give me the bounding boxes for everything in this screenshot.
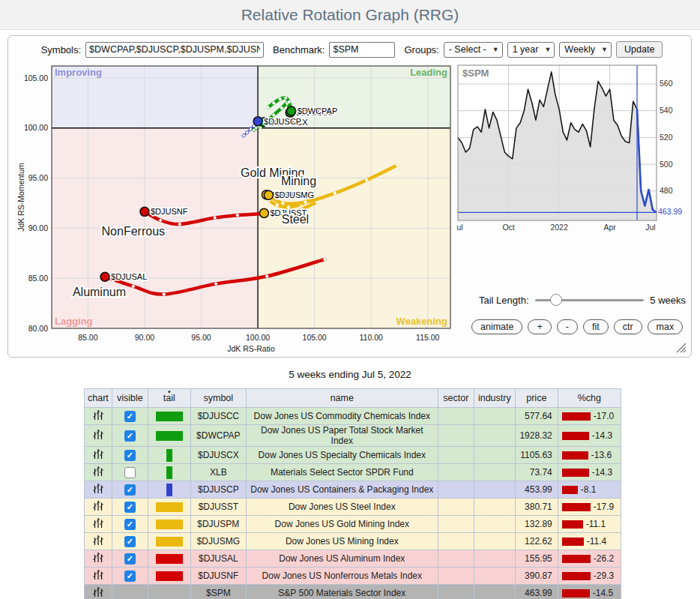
chart-icon-button[interactable] (92, 538, 104, 548)
visible-checkbox[interactable]: ✓ (124, 450, 136, 461)
groups-label: Groups: (404, 44, 438, 55)
tail-swatch[interactable] (166, 484, 172, 496)
table-header-tail[interactable]: ▾ tail (148, 389, 190, 408)
tail-length-slider[interactable] (535, 294, 645, 306)
table-header-symbol[interactable]: symbol (190, 389, 246, 408)
table-row: ✓$DJUSNFDow Jones US Nonferrous Metals I… (85, 568, 621, 585)
table-header-name[interactable]: name (246, 389, 438, 408)
spm-minichart[interactable]: JulOct2022AprJul560540520500480463.99$SP… (456, 63, 692, 235)
chevron-down-icon: ▼ (492, 46, 499, 53)
industry-cell (474, 585, 515, 599)
pctchg-bar (562, 538, 584, 546)
visible-checkbox[interactable]: ✓ (124, 411, 136, 422)
chart-icon-button[interactable] (92, 451, 104, 462)
pctchg-bar (562, 572, 591, 580)
tail-swatch[interactable] (156, 537, 183, 547)
price-cell: 463.99 (515, 585, 558, 599)
table-header-pctchg[interactable]: %chg (558, 389, 621, 408)
visible-checkbox[interactable]: ✓ (124, 553, 136, 565)
page-title: Relative Rotation Graph (RRG) (0, 0, 700, 30)
name-cell: Dow Jones US Gold Mining Index (246, 516, 438, 533)
pctchg-value: -14.5 (593, 588, 613, 598)
chart-icon-button[interactable] (92, 520, 104, 531)
pctchg-bar (562, 469, 589, 477)
table-header-chart[interactable]: chart (85, 389, 112, 408)
table-row: $SPMS&P 500 Materials Sector Index463.99… (85, 585, 621, 599)
table-header-visible[interactable]: visible (112, 389, 148, 408)
table-header-sector[interactable]: sector (438, 389, 474, 408)
quadrant-label-improving: Improving (55, 67, 102, 78)
name-cell: S&P 500 Materials Sector Index (246, 585, 438, 599)
visible-checkbox[interactable]: ✓ (124, 571, 136, 582)
chart-icon-button[interactable] (92, 432, 104, 442)
table-row: ✓$DWCPAPDow Jones US Paper Total Stock M… (85, 425, 621, 447)
ctr-button[interactable]: ctr (614, 319, 642, 334)
chart-icon-button[interactable] (92, 572, 104, 583)
rrg-dot-$DWCPAP[interactable] (287, 106, 296, 115)
symbol-cell: $DJUSAL (190, 550, 246, 568)
chart-icon-button[interactable] (92, 503, 104, 514)
animate-button[interactable]: animate (471, 319, 522, 334)
tail-swatch[interactable] (156, 502, 183, 512)
tail-swatch[interactable] (156, 520, 183, 529)
tail-swatch[interactable] (166, 449, 172, 462)
title-bar: Relative Rotation Graph (RRG) (0, 0, 700, 30)
rrg-dot-$DJUSST[interactable] (259, 208, 268, 217)
rrg-dot-$DJUSCP[interactable] (253, 117, 262, 126)
visible-checkbox[interactable]: ✓ (124, 430, 136, 442)
groups-select-value: - Select - (449, 44, 486, 55)
tail-swatch[interactable] (166, 466, 172, 479)
pctchg-bar (562, 503, 591, 511)
chart-icon (92, 448, 104, 460)
max-button[interactable]: max (648, 319, 684, 334)
tail-length-label: Tail Length: (479, 295, 529, 306)
price-cell: 132.89 (515, 516, 558, 533)
rrg-dot-$DJUSNF[interactable] (140, 207, 149, 216)
chevron-down-icon: ▼ (544, 46, 551, 53)
interval-select[interactable]: Weekly ▼ (559, 42, 612, 58)
quadrant-label-weakening: Weakening (396, 316, 447, 327)
benchmark-input[interactable] (329, 42, 395, 58)
visible-checkbox[interactable]: ✓ (124, 536, 136, 547)
visible-checkbox[interactable]: ✓ (124, 502, 136, 513)
groups-select[interactable]: - Select - ▼ (444, 42, 503, 58)
rrg-dot-$DJUSMG[interactable] (264, 190, 273, 199)
table-row: ✓$DJUSSTDow Jones US Steel Index380.71-1… (85, 499, 621, 516)
rrg-chart[interactable]: 85.0090.0095.00100.00105.00110.00115.008… (14, 63, 456, 358)
table-header-industry[interactable]: industry (474, 389, 515, 408)
name-cell: Dow Jones US Commodity Chemicals Index (246, 408, 438, 425)
tail-swatch[interactable] (156, 431, 183, 441)
chart-icon-button[interactable] (92, 589, 104, 599)
zoom-out-button[interactable]: - (557, 319, 578, 334)
resize-handle-icon[interactable] (675, 342, 687, 353)
chart-icon-button[interactable] (92, 412, 104, 423)
chart-icon (92, 517, 104, 529)
pctchg-bar (562, 486, 578, 494)
tail-swatch[interactable] (156, 412, 183, 421)
visible-checkbox[interactable] (124, 467, 136, 478)
rrg-dot-$DJUSAL[interactable] (100, 272, 109, 281)
tail-swatch[interactable] (156, 554, 183, 564)
chart-icon-button[interactable] (92, 469, 104, 479)
sector-cell (438, 585, 474, 599)
name-cell: Dow Jones US Aluminum Index (246, 550, 438, 568)
chart-icon-button[interactable] (92, 555, 104, 565)
range-select[interactable]: 1 year ▼ (507, 42, 555, 58)
sort-indicator-icon: ▾ (168, 390, 171, 394)
chart-icon (92, 586, 104, 598)
visible-checkbox[interactable]: ✓ (124, 484, 136, 496)
zoom-in-button[interactable]: + (528, 319, 551, 334)
visible-checkbox[interactable]: ✓ (124, 519, 136, 530)
slider-thumb[interactable] (550, 294, 562, 306)
symbols-input[interactable] (85, 42, 264, 58)
update-button[interactable]: Update (616, 41, 663, 58)
tail-swatch[interactable] (156, 571, 183, 581)
chart-icon (92, 429, 104, 440)
chart-icon-button[interactable] (92, 486, 104, 496)
sector-cell (438, 481, 474, 499)
price-cell: 122.62 (515, 533, 558, 550)
table-header-price[interactable]: price (515, 389, 558, 408)
name-cell: Dow Jones US Specialty Chemicals Index (246, 447, 438, 464)
chart-icon (92, 552, 104, 563)
fit-button[interactable]: fit (583, 319, 609, 334)
